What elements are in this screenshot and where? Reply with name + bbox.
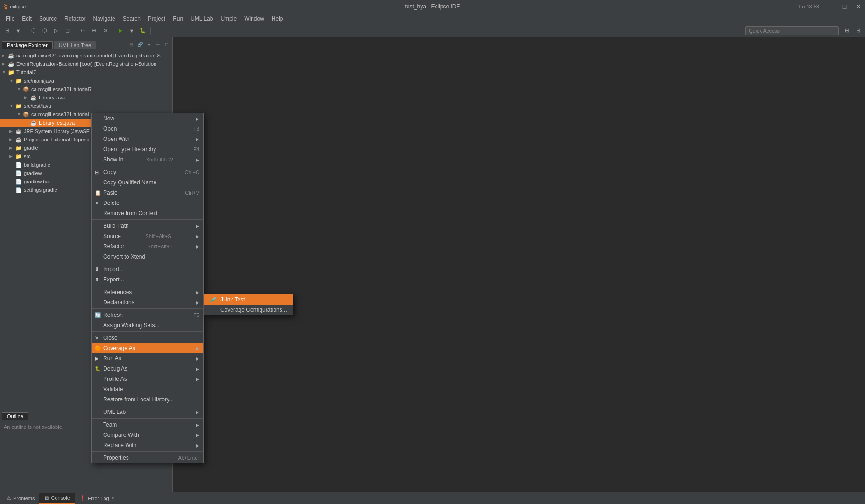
- tree-item[interactable]: ▼📁src/test/java: [0, 102, 172, 110]
- window-controls: Fri 13:58 ─ □ ✕: [795, 0, 865, 13]
- context-menu-item-source[interactable]: SourceShift+Alt+S▶: [92, 231, 203, 241]
- panel-menu-icon[interactable]: ▾: [145, 41, 153, 48]
- quick-access-input[interactable]: Quick Access: [745, 26, 839, 35]
- tab-problems[interactable]: ⚠ Problems: [2, 493, 39, 504]
- tab-console[interactable]: 🖥 Console: [39, 493, 74, 504]
- menu-item-source[interactable]: Source: [35, 13, 61, 24]
- context-menu-item-replace-with[interactable]: Replace With▶: [92, 440, 203, 450]
- context-menu-item-properties[interactable]: PropertiesAlt+Enter: [92, 453, 203, 463]
- close-button[interactable]: ✕: [852, 0, 865, 13]
- menu-item-umple[interactable]: Umple: [217, 13, 240, 24]
- context-menu-item-convert-to-xtend[interactable]: Convert to Xtend: [92, 252, 203, 262]
- context-menu-item-coverage-as[interactable]: 🟠Coverage As▶: [92, 343, 203, 353]
- context-menu-item-assign-working-sets[interactable]: Assign Working Sets...: [92, 320, 203, 330]
- context-menu-item-team[interactable]: Team▶: [92, 420, 203, 430]
- toolbar-btn-5[interactable]: ▷: [51, 26, 61, 36]
- toolbar-btn-2[interactable]: ▼: [13, 26, 23, 36]
- tree-item[interactable]: ▼📦ca.mcgill.ecse321.tutorial7: [0, 85, 172, 93]
- context-menu-item-copy[interactable]: ⊞CopyCtrl+C: [92, 167, 203, 177]
- tree-item-icon: 📄: [15, 186, 22, 194]
- panel-tab-icons: ⊟ 🔗 ▾ ─ □: [127, 41, 170, 49]
- toolbar-btn-right-1[interactable]: ⊞: [842, 26, 852, 36]
- maximize-button[interactable]: □: [838, 0, 851, 13]
- toolbar-btn-6[interactable]: ◻: [62, 26, 72, 36]
- context-menu-item-label: Build Path: [103, 223, 129, 229]
- tab-outline[interactable]: Outline: [2, 412, 28, 420]
- menu-item-window[interactable]: Window: [240, 13, 268, 24]
- context-menu-item-shortcut: F3: [184, 126, 199, 132]
- collapse-all-icon[interactable]: ⊟: [127, 41, 135, 48]
- debug-button[interactable]: 🐛: [138, 26, 148, 36]
- menu-item-run[interactable]: Run: [169, 13, 187, 24]
- toolbar-separator-2: [75, 27, 75, 35]
- tree-arrow: ▼: [2, 70, 7, 75]
- context-menu-item-import[interactable]: ⬇Import...: [92, 264, 203, 274]
- context-menu-item-debug-as[interactable]: 🐛Debug As▶: [92, 364, 203, 374]
- toolbar-btn-7[interactable]: ⊙: [77, 26, 88, 36]
- context-menu-item-declarations[interactable]: Declarations▶: [92, 297, 203, 308]
- context-menu-item-new[interactable]: New▶: [92, 113, 203, 124]
- context-menu-item-restore-from-local-history[interactable]: Restore from Local History...: [92, 394, 203, 405]
- context-menu-item-validate[interactable]: Validate: [92, 384, 203, 394]
- tab-uml-lab-tree[interactable]: UML Lab Tree: [54, 41, 96, 49]
- tree-item-label: ca.mcgill.ecse321.tutorial: [31, 112, 89, 117]
- link-icon[interactable]: 🔗: [136, 41, 144, 48]
- context-menu-item-close[interactable]: ✕Close: [92, 333, 203, 343]
- tree-item[interactable]: ▼📁src/main/java: [0, 77, 172, 85]
- tree-item[interactable]: ▶☕EventRegistration-Backend [boot] [Even…: [0, 60, 172, 68]
- context-menu-item-delete[interactable]: ✕Delete: [92, 198, 203, 208]
- context-menu-item-compare-with[interactable]: Compare With▶: [92, 430, 203, 440]
- context-menu-item-refactor[interactable]: RefactorShift+Alt+T▶: [92, 241, 203, 252]
- tab-error-log[interactable]: ❗ Error Log ✕: [75, 493, 120, 504]
- error-log-close-icon[interactable]: ✕: [111, 496, 115, 501]
- quick-access-label: Quick Access: [749, 28, 780, 34]
- minimize-panel-icon[interactable]: ─: [154, 41, 162, 48]
- toolbar-btn-3[interactable]: ⬡: [28, 26, 39, 36]
- context-menu-item-references[interactable]: References▶: [92, 287, 203, 297]
- run-dropdown[interactable]: ▼: [127, 26, 137, 36]
- submenu-item-junit-test[interactable]: 🧪JUnit Test: [204, 294, 293, 305]
- context-menu-item-refresh[interactable]: 🔄RefreshF5: [92, 310, 203, 320]
- context-menu-item-open-type-hierarchy[interactable]: Open Type HierarchyF4: [92, 144, 203, 154]
- menu-item-project[interactable]: Project: [144, 13, 169, 24]
- menu-item-edit[interactable]: Edit: [18, 13, 35, 24]
- tab-package-explorer[interactable]: Package Explorer: [2, 41, 53, 49]
- context-menu-item-run-as[interactable]: ▶Run As▶: [92, 353, 203, 364]
- context-menu-item-profile-as[interactable]: Profile As▶: [92, 374, 203, 384]
- menu-item-file[interactable]: File: [2, 13, 18, 24]
- tree-arrow: ▼: [17, 112, 22, 117]
- menu-item-uml-lab[interactable]: UML Lab: [187, 13, 217, 24]
- tree-item-label: Tutorial7: [16, 70, 36, 75]
- toolbar-btn-right-2[interactable]: ⊟: [853, 26, 863, 36]
- toolbar-btn-4[interactable]: ⬡: [40, 26, 50, 36]
- tree-item-label: ca.mcgill.ecse321.tutorial7: [31, 86, 92, 92]
- toolbar-btn-9[interactable]: ⊗: [100, 26, 110, 36]
- run-button[interactable]: ▶: [115, 26, 126, 36]
- menu-item-search[interactable]: Search: [119, 13, 144, 24]
- context-menu-item-export[interactable]: ⬆Export...: [92, 274, 203, 285]
- tree-item-label: EventRegistration-Backend [boot] [EventR…: [16, 61, 156, 67]
- tree-arrow: ▶: [2, 62, 7, 66]
- tree-arrow: ▶: [9, 129, 15, 133]
- menu-item-navigate[interactable]: Navigate: [89, 13, 119, 24]
- context-menu-item-build-path[interactable]: Build Path▶: [92, 221, 203, 231]
- minimize-button[interactable]: ─: [824, 0, 837, 13]
- toolbar-btn-8[interactable]: ⊕: [89, 26, 99, 36]
- context-menu-item-copy-qualified-name[interactable]: Copy Qualified Name: [92, 177, 203, 188]
- tree-item-icon: 📄: [15, 169, 22, 177]
- context-menu-item-open-with[interactable]: Open With▶: [92, 134, 203, 144]
- tree-item[interactable]: ▼📁Tutorial7: [0, 68, 172, 77]
- context-menu-item-show-in[interactable]: Show InShift+Alt+W▶: [92, 154, 203, 165]
- context-menu-item-paste[interactable]: 📋PasteCtrl+V: [92, 188, 203, 198]
- context-menu-item-remove-from-context[interactable]: Remove from Context: [92, 208, 203, 218]
- toolbar-btn-1[interactable]: ⊞: [2, 26, 12, 36]
- submenu-item-coverage-configurations[interactable]: Coverage Configurations...: [204, 305, 293, 315]
- context-menu-item-open[interactable]: OpenF3: [92, 124, 203, 134]
- menu-item-refactor[interactable]: Refactor: [61, 13, 89, 24]
- context-menu-item-uml-lab[interactable]: UML Lab▶: [92, 407, 203, 417]
- app-name-label: eclipse: [10, 4, 26, 9]
- maximize-panel-icon[interactable]: □: [163, 41, 170, 48]
- tree-item[interactable]: ▶☕ca.mcgill.ecse321.eventregistration.mo…: [0, 51, 172, 60]
- menu-item-help[interactable]: Help: [268, 13, 287, 24]
- tree-item[interactable]: ▶☕Library.java: [0, 93, 172, 102]
